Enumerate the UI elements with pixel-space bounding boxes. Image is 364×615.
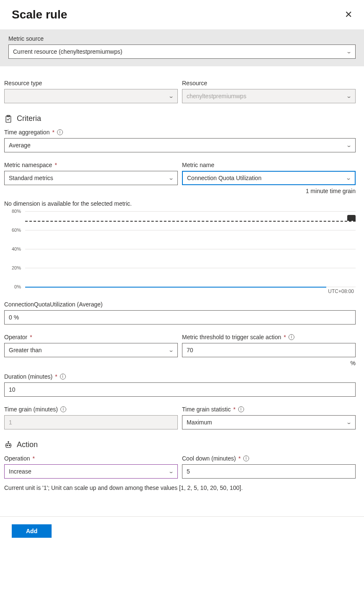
metric-source-select[interactable]: Current resource (chenyltestpremiumwps) … <box>8 44 356 59</box>
operation-label: Operation * <box>4 455 178 462</box>
time-grain-stat-label: Time grain statistic * i <box>182 406 356 413</box>
required-indicator: * <box>238 455 240 462</box>
cooldown-input[interactable] <box>182 464 356 479</box>
chevron-down-icon: ⌄ <box>346 175 351 181</box>
cooldown-label: Cool down (minutes) * i <box>182 455 356 462</box>
info-icon[interactable]: i <box>60 374 66 379</box>
chart-data-line <box>25 287 326 288</box>
robot-icon <box>4 441 13 449</box>
action-heading: Action <box>4 440 356 449</box>
threshold-unit: % <box>182 360 356 366</box>
criteria-heading: Criteria <box>4 114 356 123</box>
chart-marker <box>347 215 356 221</box>
required-indicator: * <box>55 373 57 380</box>
metric-readout-label: ConnectionQuotaUtilization (Average) <box>4 301 356 308</box>
required-indicator: * <box>55 162 57 168</box>
operator-select[interactable]: Greater than ⌄ <box>4 343 178 357</box>
metric-name-value: Connection Quota Utilization <box>187 175 261 181</box>
time-grain-label: Time grain (minutes) i <box>4 406 178 413</box>
chevron-down-icon: ⌄ <box>346 93 352 99</box>
resource-type-label: Resource type <box>4 80 178 86</box>
resource-type-select[interactable]: ⌄ <box>4 89 178 103</box>
duration-label: Duration (minutes) * i <box>4 373 356 380</box>
svg-point-4 <box>9 445 10 445</box>
info-icon[interactable]: i <box>238 406 244 412</box>
chart-threshold-line <box>25 221 356 222</box>
required-indicator: * <box>233 406 235 413</box>
chevron-down-icon: ⌄ <box>168 93 174 99</box>
chevron-down-icon: ⌄ <box>346 49 352 55</box>
info-icon[interactable]: i <box>60 406 66 412</box>
panel-header: Scale rule ✕ <box>0 0 364 29</box>
operator-value: Greater than <box>9 347 42 353</box>
time-aggregation-value: Average <box>9 142 31 149</box>
metric-source-value: Current resource (chenyltestpremiumwps) <box>13 48 122 55</box>
svg-point-6 <box>8 441 9 442</box>
time-grain-stat-select[interactable]: Maximum ⌄ <box>182 415 356 429</box>
time-aggregation-label: Time aggregation * i <box>4 129 356 136</box>
time-grain-stat-value: Maximum <box>187 419 212 426</box>
resource-label: Resource <box>182 80 356 86</box>
info-icon[interactable]: i <box>289 334 294 340</box>
resource-value: chenyltestpremiumwps <box>187 93 246 99</box>
time-grain-hint: 1 minute time grain <box>182 188 356 194</box>
chevron-down-icon: ⌄ <box>168 347 174 353</box>
svg-point-3 <box>7 445 8 445</box>
operation-select[interactable]: Increase ⌄ <box>4 464 178 479</box>
time-aggregation-select[interactable]: Average ⌄ <box>4 138 356 152</box>
operator-label: Operator * <box>4 334 178 340</box>
threshold-input[interactable] <box>182 343 356 357</box>
metric-namespace-value: Standard metrics <box>9 175 53 181</box>
metric-name-select[interactable]: Connection Quota Utilization ⌄ <box>182 171 356 185</box>
resource-select[interactable]: chenyltestpremiumwps ⌄ <box>182 89 356 103</box>
metric-source-label: Metric source <box>8 35 356 42</box>
metric-chart: 80% 60% 40% 20% 0% <box>17 211 356 287</box>
chevron-down-icon: ⌄ <box>346 419 352 425</box>
add-button[interactable]: Add <box>12 524 52 538</box>
unit-scale-note: Current unit is '1'; Unit can scale up a… <box>4 484 356 491</box>
time-grain-input <box>4 415 178 429</box>
metric-namespace-label: Metric namespace * <box>4 162 178 168</box>
info-icon[interactable]: i <box>57 129 63 135</box>
chevron-down-icon: ⌄ <box>346 142 352 148</box>
clipboard-check-icon <box>4 115 13 123</box>
required-indicator: * <box>30 334 32 340</box>
dimension-text: No dimension is available for the select… <box>4 200 356 207</box>
info-icon[interactable]: i <box>243 455 249 461</box>
threshold-label: Metric threshold to trigger scale action… <box>182 334 356 340</box>
chart-timezone: UTC+08:00 <box>4 288 354 294</box>
chevron-down-icon: ⌄ <box>168 175 174 181</box>
required-indicator: * <box>52 129 54 136</box>
metric-readout-value: 0 % <box>9 314 19 321</box>
metric-readout-value-box: 0 % <box>4 310 356 325</box>
close-icon[interactable]: ✕ <box>341 8 356 22</box>
metric-name-label: Metric name <box>182 162 356 168</box>
required-indicator: * <box>32 455 34 462</box>
required-indicator: * <box>284 334 286 340</box>
panel-footer: Add <box>0 516 364 545</box>
chevron-down-icon: ⌄ <box>168 468 174 474</box>
metric-namespace-select[interactable]: Standard metrics ⌄ <box>4 171 178 185</box>
panel-title: Scale rule <box>12 8 67 21</box>
operation-value: Increase <box>9 468 31 475</box>
metric-source-section: Metric source Current resource (chenylte… <box>0 29 364 66</box>
duration-input[interactable] <box>4 382 356 397</box>
